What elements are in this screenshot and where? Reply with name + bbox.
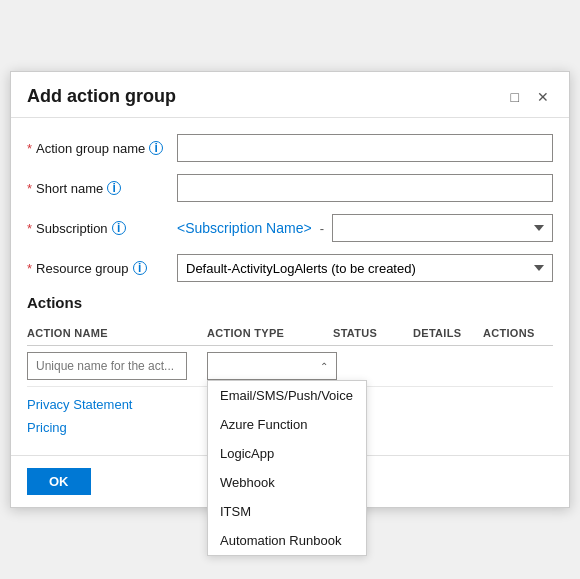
dropdown-item-email-sms[interactable]: Email/SMS/Push/Voice bbox=[208, 381, 366, 410]
dropdown-item-azure-function[interactable]: Azure Function bbox=[208, 410, 366, 439]
resource-group-row: * Resource group i Default-ActivityLogAl… bbox=[27, 254, 553, 282]
subscription-label: * Subscription i bbox=[27, 221, 177, 236]
col-status: STATUS bbox=[333, 327, 413, 339]
subscription-control: <Subscription Name> - bbox=[177, 214, 553, 242]
action-name-input[interactable] bbox=[27, 352, 187, 380]
actions-section: Actions ACTION NAME ACTION TYPE STATUS D… bbox=[27, 294, 553, 451]
required-star: * bbox=[27, 141, 32, 156]
resource-group-info-icon[interactable]: i bbox=[133, 261, 147, 275]
action-group-name-row: * Action group name i bbox=[27, 134, 553, 162]
resource-group-dropdown[interactable]: Default-ActivityLogAlerts (to be created… bbox=[177, 254, 553, 282]
short-name-info-icon[interactable]: i bbox=[107, 181, 121, 195]
required-star-2: * bbox=[27, 181, 32, 196]
action-group-name-input[interactable] bbox=[177, 134, 553, 162]
dropdown-item-logicapp[interactable]: LogicApp bbox=[208, 439, 366, 468]
action-name-cell bbox=[27, 352, 207, 380]
ok-button[interactable]: OK bbox=[27, 468, 91, 495]
maximize-button[interactable]: □ bbox=[507, 87, 523, 107]
dialog-body: * Action group name i * Short name i * bbox=[11, 118, 569, 451]
required-star-3: * bbox=[27, 221, 32, 236]
close-button[interactable]: ✕ bbox=[533, 87, 553, 107]
action-type-dropdown-menu: Email/SMS/Push/Voice Azure Function Logi… bbox=[207, 380, 367, 556]
col-action-type: ACTION TYPE bbox=[207, 327, 333, 339]
resource-group-label: * Resource group i bbox=[27, 261, 177, 276]
short-name-input[interactable] bbox=[177, 174, 553, 202]
dropdown-item-itsm[interactable]: ITSM bbox=[208, 497, 366, 526]
col-action-name: ACTION NAME bbox=[27, 327, 207, 339]
subscription-name: <Subscription Name> bbox=[177, 220, 312, 236]
action-input-row: ⌃ Email/SMS/Push/Voice Azure Function Lo… bbox=[27, 346, 553, 387]
short-name-control bbox=[177, 174, 553, 202]
col-details: DETAILS bbox=[413, 327, 483, 339]
subscription-dropdown[interactable] bbox=[332, 214, 553, 242]
dialog-title: Add action group bbox=[27, 86, 176, 107]
action-group-name-control bbox=[177, 134, 553, 162]
short-name-label: * Short name i bbox=[27, 181, 177, 196]
header-icons: □ ✕ bbox=[507, 87, 553, 107]
subscription-info-icon[interactable]: i bbox=[112, 221, 126, 235]
actions-table-header: ACTION NAME ACTION TYPE STATUS DETAILS A… bbox=[27, 321, 553, 346]
short-name-row: * Short name i bbox=[27, 174, 553, 202]
dialog-header: Add action group □ ✕ bbox=[11, 72, 569, 118]
add-action-group-dialog: Add action group □ ✕ * Action group name… bbox=[10, 71, 570, 508]
resource-group-control: Default-ActivityLogAlerts (to be created… bbox=[177, 254, 553, 282]
subscription-row: * Subscription i <Subscription Name> - bbox=[27, 214, 553, 242]
col-actions: ACTIONS bbox=[483, 327, 553, 339]
chevron-up-icon: ⌃ bbox=[320, 361, 328, 372]
action-type-cell: ⌃ Email/SMS/Push/Voice Azure Function Lo… bbox=[207, 352, 337, 380]
action-type-dropdown-trigger[interactable]: ⌃ bbox=[207, 352, 337, 380]
dropdown-item-automation-runbook[interactable]: Automation Runbook bbox=[208, 526, 366, 555]
action-group-name-info-icon[interactable]: i bbox=[149, 141, 163, 155]
required-star-4: * bbox=[27, 261, 32, 276]
action-group-name-label: * Action group name i bbox=[27, 141, 177, 156]
actions-section-title: Actions bbox=[27, 294, 553, 311]
dropdown-item-webhook[interactable]: Webhook bbox=[208, 468, 366, 497]
subscription-dash: - bbox=[320, 221, 324, 236]
